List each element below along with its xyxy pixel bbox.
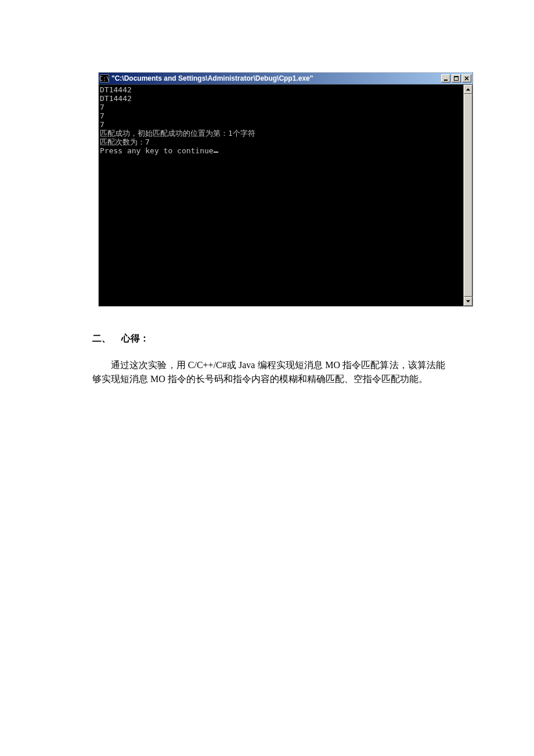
scroll-up-button[interactable] [464, 85, 472, 94]
heading-number: 二、 [92, 333, 111, 343]
maximize-button[interactable] [452, 74, 461, 82]
console-line: 7 [100, 120, 104, 129]
close-button[interactable] [462, 74, 471, 82]
cmd-icon: C:\ [100, 74, 109, 82]
console-line: Press any key to continue [100, 146, 214, 155]
console-line: 7 [100, 111, 104, 120]
vertical-scrollbar[interactable] [463, 85, 472, 306]
scrollbar-thumb[interactable] [464, 94, 472, 297]
console-window: C:\ "C:\Documents and Settings\Administr… [98, 72, 473, 307]
console-output: DT14442 DT14442 7 7 7 匹配成功，初始匹配成功的位置为第：1… [99, 85, 463, 306]
minimize-button[interactable] [441, 74, 450, 82]
svg-rect-2 [454, 76, 459, 77]
window-titlebar[interactable]: C:\ "C:\Documents and Settings\Administr… [99, 73, 472, 84]
window-title: "C:\Documents and Settings\Administrator… [111, 74, 441, 82]
svg-rect-0 [444, 80, 448, 81]
console-line: DT14442 [100, 94, 132, 103]
scroll-down-button[interactable] [464, 297, 472, 306]
console-line: DT14442 [100, 85, 132, 94]
scrollbar-track[interactable] [464, 94, 472, 297]
text-cursor [214, 152, 218, 153]
body-paragraph: 通过这次实验，用 C/C++/C#或 Java 编程实现短消息 MO 指令匹配算… [92, 358, 445, 386]
section-heading: 二、心得： [92, 333, 445, 345]
console-line: 匹配次数为：7 [100, 138, 150, 146]
console-line: 7 [100, 103, 104, 111]
window-controls [441, 74, 471, 82]
console-body: DT14442 DT14442 7 7 7 匹配成功，初始匹配成功的位置为第：1… [99, 84, 472, 306]
console-line: 匹配成功，初始匹配成功的位置为第：1个字符 [100, 129, 255, 138]
heading-text: 心得： [121, 333, 149, 343]
